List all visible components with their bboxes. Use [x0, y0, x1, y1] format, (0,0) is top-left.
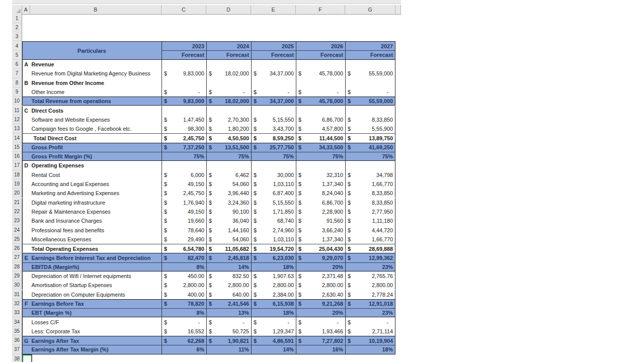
cell-A31[interactable]: [22, 290, 30, 299]
cell-C28[interactable]: 8%: [162, 263, 206, 271]
row-header-36[interactable]: 36: [12, 336, 22, 345]
cell-D31[interactable]: $640.00: [206, 290, 251, 299]
row-header-8[interactable]: 8: [12, 78, 22, 87]
cell-G32[interactable]: $12,91,018: [345, 300, 395, 308]
cell-B29[interactable]: Depreciation of Wifi / Internet equipmen…: [30, 272, 162, 281]
row-header-2[interactable]: 2: [12, 23, 22, 32]
cell-B35[interactable]: Less: Corporate Tax: [30, 327, 162, 336]
row-header-24[interactable]: 24: [12, 225, 22, 234]
row-header-25[interactable]: 25: [12, 235, 22, 244]
cell-B32[interactable]: Earnings Before Tax: [30, 300, 162, 308]
cell-C20[interactable]: $2,45,750: [162, 189, 206, 198]
row-header-1[interactable]: 1: [12, 14, 22, 23]
cell-E31[interactable]: $2,384.00: [251, 290, 296, 299]
column-header-G[interactable]: G: [345, 5, 395, 14]
cell-G7[interactable]: $55,59,000: [345, 69, 395, 78]
row-header-18[interactable]: 18: [12, 170, 22, 179]
cell-C5[interactable]: Forecast: [162, 51, 206, 59]
cell-F22[interactable]: $2,28,900: [296, 207, 345, 216]
cell-F4[interactable]: 2026: [296, 42, 345, 50]
cell-E36[interactable]: $4,86,591: [251, 336, 296, 345]
cell-B28[interactable]: EBITDA (Margin%): [30, 263, 162, 271]
cell-D36[interactable]: $1,90,821: [206, 336, 251, 345]
cell-D8[interactable]: [206, 78, 251, 87]
cell-D24[interactable]: $1,44,160: [206, 225, 251, 234]
cell-G12[interactable]: $8,33,850: [345, 115, 395, 124]
cell-B12[interactable]: Software and Website Expenses: [30, 115, 162, 124]
cell-F19[interactable]: $1,37,340: [296, 179, 345, 189]
cell-E4[interactable]: 2025: [251, 42, 296, 50]
cell-B15[interactable]: Gross Profit: [30, 143, 162, 152]
cell-G13[interactable]: $5,55,900: [345, 124, 395, 133]
column-header-D[interactable]: D: [206, 5, 251, 14]
row-header-34[interactable]: 34: [12, 317, 22, 326]
row-header-30[interactable]: 30: [12, 281, 22, 290]
cell-F21[interactable]: $6,86,700: [296, 198, 345, 207]
cell-G14[interactable]: $13,89,750: [345, 134, 395, 142]
cell-G4[interactable]: 2027: [345, 42, 395, 50]
cell-C9[interactable]: $-: [162, 87, 206, 97]
cell-F16[interactable]: 75%: [296, 152, 345, 160]
column-header-E[interactable]: E: [251, 5, 296, 14]
cell-C14[interactable]: $2,45,750: [162, 134, 206, 142]
column-header-B[interactable]: B: [30, 5, 162, 14]
row-header-38[interactable]: 38: [12, 354, 22, 362]
cell-A17[interactable]: D: [22, 161, 30, 170]
cell-F26[interactable]: $25,04,430: [296, 244, 345, 253]
row-header-27[interactable]: 27: [12, 253, 22, 262]
cell-A12[interactable]: [22, 115, 30, 124]
cell-E15[interactable]: $25,77,750: [251, 143, 296, 152]
cell-D29[interactable]: $832.50: [206, 272, 251, 281]
cell-D32[interactable]: $2,41,546: [206, 300, 251, 308]
cell-G22[interactable]: $2,77,950: [345, 207, 395, 216]
row-header-32[interactable]: 32: [12, 299, 22, 308]
cell-D37[interactable]: 11%: [206, 345, 251, 353]
row-header-31[interactable]: 31: [12, 290, 22, 299]
cell-G15[interactable]: $41,69,250: [345, 143, 395, 152]
cell-F17[interactable]: [296, 161, 345, 170]
row-header-3[interactable]: 3: [12, 32, 22, 41]
cell-E28[interactable]: 18%: [251, 263, 296, 271]
cell-F35[interactable]: $1,93,466: [296, 327, 345, 336]
cell-B9[interactable]: Other Income: [30, 87, 162, 97]
cell-F32[interactable]: $9,21,268: [296, 300, 345, 308]
cell-A19[interactable]: [22, 179, 30, 189]
cell-B16[interactable]: Gross Profit Margin (%): [30, 152, 162, 160]
cell-C16[interactable]: 75%: [162, 152, 206, 160]
cell-A22[interactable]: [22, 207, 30, 216]
cell-F37[interactable]: 16%: [296, 345, 345, 353]
row-header-17[interactable]: 17: [12, 161, 22, 170]
cell-B10[interactable]: Total Revenue from operations: [30, 97, 162, 105]
cell-D4[interactable]: 2024: [206, 42, 251, 50]
cell-E12[interactable]: $5,15,550: [251, 115, 296, 124]
cell-B20[interactable]: Marketing and Advertising Expenses: [30, 189, 162, 198]
cell-A34[interactable]: [22, 317, 30, 326]
cell-F20[interactable]: $8,24,040: [296, 189, 345, 198]
row-header-14[interactable]: 14: [12, 133, 22, 142]
cell-B24[interactable]: Professional fees and benefits: [30, 225, 162, 234]
cell-D25[interactable]: $54,060: [206, 235, 251, 244]
cell-C21[interactable]: $1,76,940: [162, 198, 206, 207]
cell-C12[interactable]: $1,47,450: [162, 115, 206, 124]
cell-B7[interactable]: Revenue from Digital Marketing Agency Bu…: [30, 69, 162, 78]
cell-B33[interactable]: EBT (Margin %): [30, 309, 162, 317]
cell-A18[interactable]: [22, 170, 30, 179]
cell-G24[interactable]: $4,44,720: [345, 225, 395, 234]
cell-A6[interactable]: A: [22, 60, 30, 69]
cell-G6[interactable]: [345, 60, 395, 69]
cell-D9[interactable]: $-: [206, 87, 251, 97]
cell-D26[interactable]: $11,05,682: [206, 244, 251, 253]
row-header-11[interactable]: 11: [12, 106, 22, 115]
cell-C37[interactable]: 6%: [162, 345, 206, 353]
cell-B37[interactable]: Earnings After Tax Margin (%): [30, 345, 162, 353]
cell-E18[interactable]: $30,000: [251, 170, 296, 179]
cell-B14[interactable]: Total Direct Cost: [30, 134, 162, 142]
cell-E20[interactable]: $6,87,400: [251, 189, 296, 198]
cell-C13[interactable]: $98,300: [162, 124, 206, 133]
cell-D20[interactable]: $3,96,440: [206, 189, 251, 198]
row-header-22[interactable]: 22: [12, 207, 22, 216]
cell-B21[interactable]: Digital marketing infrastructure: [30, 198, 162, 207]
cell-F14[interactable]: $11,44,500: [296, 134, 345, 142]
cell-D22[interactable]: $90,100: [206, 207, 251, 216]
cell-B18[interactable]: Rental Cost: [30, 170, 162, 179]
